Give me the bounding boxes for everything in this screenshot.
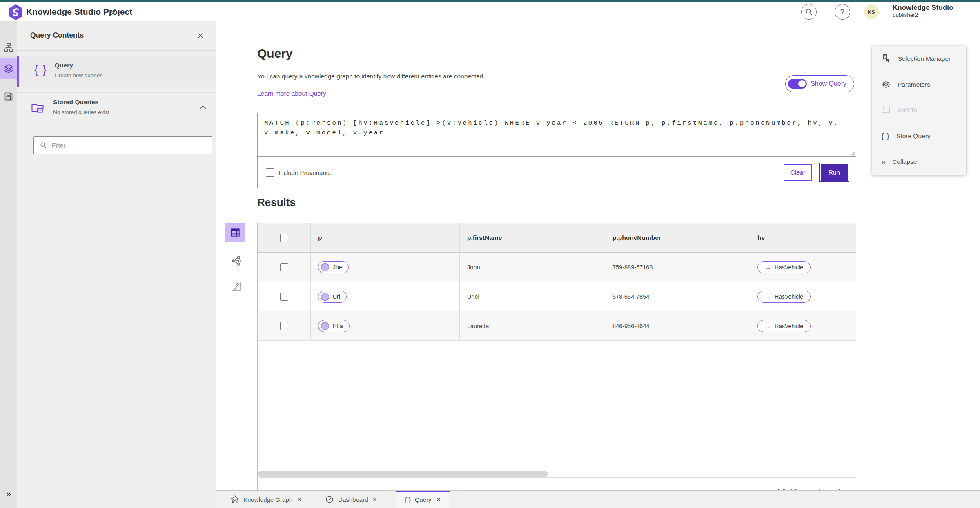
entity-dot-icon	[321, 263, 329, 271]
document-tab-bar: Knowledge Graph Dashboard { } Query	[216, 490, 980, 508]
relation-arrow-icon: →	[765, 264, 771, 270]
panel-close-icon[interactable]	[196, 30, 207, 41]
toggle-switch[interactable]	[788, 79, 807, 89]
tool-label: Selection Manager	[898, 55, 951, 63]
table-icon	[230, 227, 241, 238]
results-title: Results	[257, 196, 296, 209]
resize-handle[interactable]	[850, 151, 855, 156]
gear-icon	[881, 80, 891, 90]
expand-rail-button[interactable]: »	[0, 488, 17, 501]
query-tools-panel: Selection Manager Parameters Add To { } …	[872, 46, 966, 175]
account-role: publisher2	[893, 12, 953, 18]
query-workspace: Query You can query a knowledge graph to…	[216, 21, 980, 490]
app-header: Knowledge Studio Project ? KS Knowledge …	[0, 2, 980, 21]
double-chevron-icon: »	[6, 489, 11, 499]
include-provenance-checkbox[interactable]	[266, 168, 274, 177]
learn-more-link[interactable]: Learn more about Query	[257, 90, 326, 97]
relationship-label: HasVehicle	[775, 293, 803, 300]
column-header-hv[interactable]: hv	[750, 223, 856, 252]
avatar[interactable]: KS	[864, 4, 879, 19]
row-checkbox[interactable]	[280, 293, 288, 301]
table-header-row: p p.firstName p.phoneNumber hv	[258, 223, 856, 253]
tab-label: Query	[415, 496, 432, 503]
tab-close-icon[interactable]	[436, 497, 441, 502]
tool-label: Add To	[898, 107, 917, 114]
query-editor: MATCH (p:Person)-[hv:HasVehicle]->(v:Veh…	[257, 113, 856, 188]
entity-chip[interactable]: Uri	[318, 291, 347, 303]
knowledge-graph-icon	[230, 495, 239, 504]
column-header-firstname[interactable]: p.firstName	[460, 223, 605, 252]
row-checkbox[interactable]	[280, 263, 288, 271]
query-item-sublabel: Create new queries	[55, 72, 102, 78]
cell-phonenumber: 846-956-8644	[605, 311, 750, 340]
entity-chip[interactable]: Etta	[318, 320, 350, 332]
relationship-chip[interactable]: →HasVehicle	[757, 291, 811, 303]
store-query-button[interactable]: { } Store Query	[872, 123, 966, 149]
sidebar-item-query[interactable]: { } Query Create new queries	[17, 56, 216, 87]
query-item-label: Query	[55, 62, 73, 69]
question-icon: ?	[840, 8, 844, 16]
row-checkbox[interactable]	[280, 322, 288, 330]
rail-save-button[interactable]	[0, 86, 17, 107]
header-divider	[824, 2, 824, 21]
selection-manager-button[interactable]: Selection Manager	[872, 46, 966, 72]
map-view-button[interactable]	[229, 279, 243, 293]
horizontal-scrollbar[interactable]	[258, 471, 856, 477]
column-header-p[interactable]: p	[311, 223, 460, 252]
stored-queries-sublabel: No stored queries exist	[53, 109, 109, 115]
tab-query[interactable]: { } Query	[396, 491, 449, 508]
sidebar-item-stored-queries[interactable]: Stored Queries No stored queries exist	[17, 92, 216, 126]
tab-close-icon[interactable]	[296, 497, 302, 502]
query-text-input[interactable]: MATCH (p:Person)-[hv:HasVehicle]->(v:Veh…	[258, 113, 856, 157]
account-name: Knowledge Studio	[893, 4, 953, 12]
filter-input[interactable]	[51, 141, 212, 149]
map-icon	[231, 281, 241, 291]
scrollbar-thumb[interactable]	[258, 471, 548, 477]
add-to-icon	[881, 105, 891, 115]
account-menu[interactable]: Knowledge Studio publisher2	[893, 4, 953, 19]
help-button[interactable]: ?	[835, 4, 850, 20]
select-all-checkbox[interactable]	[280, 234, 288, 242]
search-icon	[805, 8, 813, 16]
query-editor-footer: Include Provenance Clear Run	[258, 157, 856, 188]
tab-dashboard[interactable]: Dashboard	[317, 491, 386, 508]
tool-label: Store Query	[896, 132, 931, 140]
collapse-button[interactable]: » Collapse	[872, 149, 966, 175]
add-to-button: Add To	[872, 97, 966, 123]
relationship-label: HasVehicle	[775, 264, 803, 271]
relationship-chip[interactable]: →HasVehicle	[757, 320, 811, 332]
cell-firstname: Lauretta	[460, 311, 605, 340]
relation-arrow-icon: →	[765, 323, 771, 329]
tab-close-icon[interactable]	[372, 497, 378, 502]
query-contents-panel: Query Contents { } Query Create new quer…	[17, 21, 216, 508]
app-logo-icon[interactable]	[8, 4, 23, 20]
table-row: Uri Uriel 578-654-7854 →HasVehicle	[258, 282, 856, 311]
table-row: Etta Lauretta 846-956-8644 →HasVehicle	[258, 311, 856, 341]
chevron-up-icon[interactable]	[199, 104, 207, 110]
cell-firstname: Uriel	[460, 282, 605, 311]
graph-view-button[interactable]	[229, 253, 243, 268]
parameters-button[interactable]: Parameters	[872, 72, 966, 97]
search-button[interactable]	[801, 4, 817, 20]
braces-icon: { }	[881, 132, 890, 141]
rail-link-chart-button[interactable]	[0, 37, 17, 58]
tool-label: Parameters	[898, 81, 930, 88]
column-header-phonenumber[interactable]: p.phoneNumber	[605, 223, 750, 252]
layers-icon	[3, 63, 14, 74]
edit-title-icon[interactable]	[108, 7, 119, 18]
left-icon-rail: »	[0, 21, 17, 508]
run-button[interactable]: Run	[820, 163, 849, 181]
relationship-chip[interactable]: →HasVehicle	[757, 261, 811, 273]
table-view-button[interactable]	[225, 223, 245, 242]
show-query-toggle[interactable]: Show Query	[785, 75, 854, 92]
stored-queries-label: Stored Queries	[53, 98, 98, 106]
tab-knowledge-graph[interactable]: Knowledge Graph	[222, 491, 310, 508]
entity-label: Uri	[333, 293, 340, 300]
link-chart-icon	[4, 43, 13, 52]
rail-layers-button[interactable]	[0, 58, 17, 79]
toggle-knob	[798, 80, 806, 88]
cell-firstname: John	[460, 253, 605, 282]
entity-chip[interactable]: Joe	[318, 261, 349, 273]
entity-label: Joe	[333, 264, 342, 271]
clear-button[interactable]: Clear	[784, 164, 812, 181]
